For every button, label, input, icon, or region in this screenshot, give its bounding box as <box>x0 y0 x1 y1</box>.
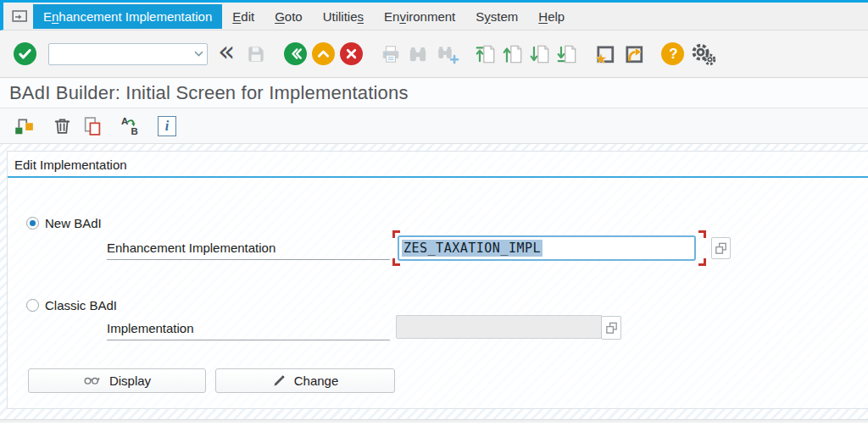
back-icon[interactable] <box>284 42 307 65</box>
new-session-icon[interactable]: ★ <box>593 42 617 66</box>
display-button-label: Display <box>109 373 151 388</box>
action-buttons: Display Change <box>28 368 395 393</box>
print-icon[interactable] <box>380 43 402 65</box>
content-area: Edit Implementation New BAdI Enhancement… <box>0 144 868 423</box>
edit-implementation-group: Edit Implementation New BAdI Enhancement… <box>7 151 868 409</box>
new-badi-radio-row: New BAdI <box>26 216 102 230</box>
find-next-icon[interactable] <box>436 43 459 65</box>
application-toolbar: A B i <box>0 108 868 144</box>
new-badi-radio[interactable] <box>26 217 39 230</box>
classic-badi-radio-row: Classic BAdI <box>26 298 117 313</box>
customize-layout-icon[interactable] <box>691 42 716 66</box>
svg-text:?: ? <box>669 46 677 62</box>
svg-text:B: B <box>131 126 138 136</box>
menu-items: Enhancement ImplementationEditGotoUtilit… <box>33 3 575 30</box>
classic-badi-label: Classic BAdI <box>45 298 117 313</box>
menu-goto[interactable]: Goto <box>264 4 313 29</box>
enter-check-icon[interactable] <box>14 42 36 65</box>
implementation-input <box>396 315 602 339</box>
display-button[interactable]: Display <box>28 368 206 393</box>
selected-field-text: ZES_TAXATION_IMPL <box>402 240 542 257</box>
page-title: BAdI Builder: Initial Screen for Impleme… <box>9 82 409 104</box>
collapse-command-icon[interactable]: « <box>218 41 235 63</box>
pencil-icon <box>272 373 287 390</box>
status-bar-edge <box>0 419 868 423</box>
menu-enhancement-implementation[interactable]: Enhancement Implementation <box>33 4 222 29</box>
create-shortcut-icon[interactable] <box>622 42 646 66</box>
sap-gui-window: { "menu_bar": { "items": [ { "label": "E… <box>0 0 868 426</box>
enhancement-implementation-input[interactable]: ZES_TAXATION_IMPL <box>398 235 696 261</box>
enhancement-implementation-label: Enhancement Implementation <box>107 241 390 260</box>
delete-icon[interactable] <box>52 115 73 136</box>
badi-structure-icon[interactable] <box>13 115 35 136</box>
find-icon[interactable] <box>407 43 429 65</box>
command-input[interactable] <box>49 44 190 64</box>
window-menu-icon[interactable] <box>12 9 28 23</box>
menu-help[interactable]: Help <box>528 4 575 29</box>
implementation-label: Implementation <box>107 321 390 340</box>
save-icon[interactable] <box>245 43 267 65</box>
standard-toolbar: « <box>0 30 868 78</box>
value-help-button-implementation[interactable] <box>601 316 621 340</box>
first-page-icon[interactable] <box>475 43 497 65</box>
svg-text:★: ★ <box>595 51 608 66</box>
new-badi-label: New BAdI <box>45 216 102 230</box>
menu-edit[interactable]: Edit <box>222 4 264 29</box>
group-title: Edit Implementation <box>8 152 868 178</box>
menu-environment[interactable]: Environment <box>374 4 465 29</box>
last-page-icon[interactable] <box>556 43 578 65</box>
page-up-icon[interactable] <box>502 43 524 65</box>
title-bar: BAdI Builder: Initial Screen for Impleme… <box>0 78 868 108</box>
value-help-button-enhancement[interactable] <box>711 237 731 259</box>
change-button-label: Change <box>294 373 339 388</box>
menu-system[interactable]: System <box>465 4 528 29</box>
copy-icon[interactable] <box>81 115 103 136</box>
menu-bar: Enhancement ImplementationEditGotoUtilit… <box>0 3 868 30</box>
change-button[interactable]: Change <box>215 368 395 393</box>
menu-utilities[interactable]: Utilities <box>313 4 374 29</box>
page-down-icon[interactable] <box>529 43 551 65</box>
chevron-down-icon[interactable] <box>190 51 207 57</box>
glasses-icon <box>83 373 102 388</box>
help-icon[interactable]: ? <box>661 42 684 65</box>
documentation-icon[interactable]: i <box>158 116 176 136</box>
command-field[interactable] <box>48 43 208 65</box>
exit-icon[interactable] <box>312 42 335 65</box>
rename-icon[interactable]: A B <box>120 115 141 136</box>
classic-badi-radio[interactable] <box>26 299 39 312</box>
cancel-icon[interactable] <box>340 42 363 65</box>
